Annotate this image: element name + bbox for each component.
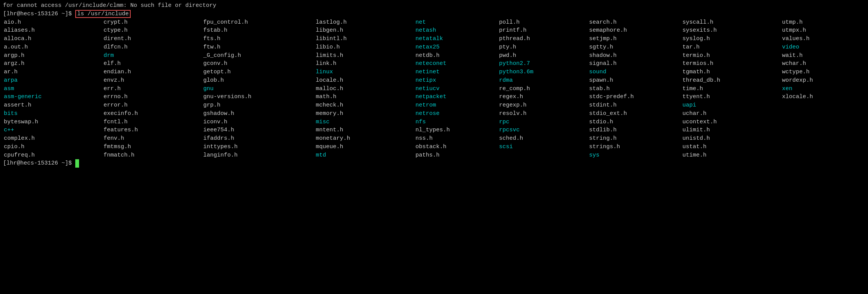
file-cell: cpufreq.h [3, 151, 103, 160]
file-cell: syscall.h [682, 18, 781, 27]
file-cell: mqueue.h [315, 143, 415, 151]
file-cell [781, 118, 865, 126]
file-cell: xlocale.h [781, 93, 865, 101]
file-cell: resolv.h [498, 110, 588, 118]
file-cell: time.h [682, 85, 781, 93]
file-cell: ar.h [3, 68, 103, 76]
file-cell: glob.h [202, 76, 315, 85]
file-cell: stdint.h [588, 101, 682, 110]
file-cell: aliases.h [3, 26, 103, 35]
file-cell [781, 151, 865, 160]
file-cell: setjmp.h [588, 35, 682, 43]
file-cell: fpu_control.h [202, 18, 315, 27]
file-cell: asm-generic [3, 93, 103, 101]
table-row: complex.hfenv.hifaddrs.hmonetary.hnss.hs… [3, 134, 865, 143]
file-cell: error.h [103, 101, 202, 110]
file-cell: paths.h [415, 151, 498, 160]
file-cell: math.h [315, 93, 415, 101]
file-cell: dirent.h [103, 35, 202, 43]
file-cell: spawn.h [588, 76, 682, 85]
file-cell: dlfcn.h [103, 43, 202, 52]
file-cell: pthread.h [498, 35, 588, 43]
file-cell: bits [3, 110, 103, 118]
file-cell: netipx [415, 76, 498, 85]
file-cell: wait.h [781, 52, 865, 60]
file-cell: argp.h [3, 52, 103, 60]
file-cell [781, 101, 865, 110]
file-cell: fts.h [202, 35, 315, 43]
file-cell: stdc-predef.h [588, 93, 682, 101]
file-cell: netrom [415, 101, 498, 110]
file-cell [781, 143, 865, 151]
file-cell: utime.h [682, 151, 781, 160]
table-row: asmerr.hgnumalloc.hnetiucvre_comp.hstab.… [3, 85, 865, 93]
file-cell: arpa [3, 76, 103, 85]
file-cell: scsi [498, 143, 588, 151]
file-cell: xen [781, 85, 865, 93]
file-cell: aio.h [3, 18, 103, 27]
terminal: for cannot access /usr/include/clmm: No … [0, 0, 868, 294]
file-cell [781, 134, 865, 143]
file-cell: stab.h [588, 85, 682, 93]
file-cell: netatalk [415, 35, 498, 43]
file-cell: limits.h [315, 52, 415, 60]
file-cell: values.h [781, 35, 865, 43]
file-cell: argz.h [3, 60, 103, 68]
file-cell: shadow.h [588, 52, 682, 60]
file-cell: netdb.h [415, 52, 498, 60]
file-cell: strings.h [588, 143, 682, 151]
file-cell: nss.h [415, 134, 498, 143]
file-cell: semaphore.h [588, 26, 682, 35]
file-cell: regexp.h [498, 101, 588, 110]
file-cell: mcheck.h [315, 101, 415, 110]
file-cell: netrose [415, 110, 498, 118]
file-cell: uapi [682, 101, 781, 110]
file-cell: sysexits.h [682, 26, 781, 35]
file-cell: python2.7 [498, 60, 588, 68]
file-cell: _G_config.h [202, 52, 315, 60]
table-row: c++features.hieee754.hmntent.hnl_types.h… [3, 126, 865, 134]
file-cell: a.out.h [3, 43, 103, 52]
file-cell: grp.h [202, 101, 315, 110]
file-cell: ftw.h [202, 43, 315, 52]
file-cell: endian.h [103, 68, 202, 76]
file-cell: fstab.h [202, 26, 315, 35]
file-cell: search.h [588, 18, 682, 27]
file-cell: sgtty.h [588, 43, 682, 52]
file-cell: sched.h [498, 134, 588, 143]
file-cell: unistd.h [682, 134, 781, 143]
file-cell: envz.h [103, 76, 202, 85]
file-cell: mtd [315, 151, 415, 160]
file-cell: regex.h [498, 93, 588, 101]
file-cell: utmpx.h [781, 26, 865, 35]
table-row: argp.hdrm_G_config.hlimits.hnetdb.hpwd.h… [3, 52, 865, 60]
file-cell: ucontext.h [682, 118, 781, 126]
table-row: arpaenvz.hglob.hlocale.hnetipxrdmaspawn.… [3, 76, 865, 85]
file-cell: fnmatch.h [103, 151, 202, 160]
file-cell: wchar.h [781, 60, 865, 68]
file-cell: complex.h [3, 134, 103, 143]
table-row: alloca.hdirent.hfts.hlibintl.hnetatalkpt… [3, 35, 865, 43]
file-cell: c++ [3, 126, 103, 134]
file-cell: ifaddrs.h [202, 134, 315, 143]
file-cell: netinet [415, 68, 498, 76]
file-listing: aio.hcrypt.hfpu_control.hlastlog.hnetpol… [3, 18, 865, 160]
file-cell: ustat.h [682, 143, 781, 151]
file-cell: elf.h [103, 60, 202, 68]
file-cell: uchar.h [682, 110, 781, 118]
prompt-prefix: [lhr@hecs-153126 ~]$ [3, 11, 75, 17]
file-cell: netax25 [415, 43, 498, 52]
file-cell: pwd.h [498, 52, 588, 60]
file-cell: misc [315, 118, 415, 126]
file-cell: netash [415, 26, 498, 35]
table-row: ar.hendian.hgetopt.hlinuxnetinetpython3.… [3, 68, 865, 76]
table-row: aio.hcrypt.hfpu_control.hlastlog.hnetpol… [3, 18, 865, 27]
file-cell: fmtmsg.h [103, 143, 202, 151]
file-cell: memory.h [315, 110, 415, 118]
file-cell: iconv.h [202, 118, 315, 126]
table-row: cpufreq.hfnmatch.hlanginfo.hmtdpaths.hsy… [3, 151, 865, 160]
file-cell: assert.h [3, 101, 103, 110]
file-cell: sound [588, 68, 682, 76]
file-cell: python3.6m [498, 68, 588, 76]
file-cell: ctype.h [103, 26, 202, 35]
